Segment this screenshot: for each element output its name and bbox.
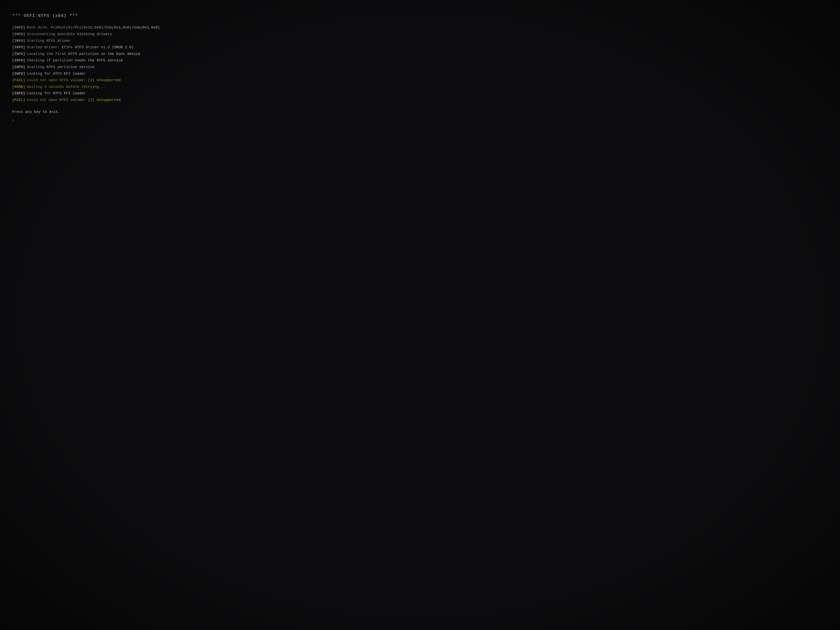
log-line-3: [INFO]Started driver: EfiFs NTFS driver … (12, 44, 194, 51)
log-tag-11: [FAIL] (12, 97, 25, 103)
log-msg-6: Starting NTFS partition service (27, 64, 95, 70)
log-tag-9: [WARN] (12, 84, 25, 90)
log-msg-5: Checking if partition needs the NTFS ser… (27, 57, 123, 63)
log-line-7: [INFO]Looking for NTFS EFI loader (12, 71, 194, 77)
log-tag-6: [INFO] (12, 64, 25, 70)
log-tag-4: [INFO] (12, 51, 25, 57)
log-line-5: [INFO]Checking if partition needs the NT… (12, 57, 194, 63)
log-msg-3: Started driver: EfiFs NTFS driver v1.3 (… (27, 44, 134, 51)
press-key-message: Press any key to exit. (12, 109, 194, 115)
log-line-11: [FAIL]Could not open NTFS volume: [3] Un… (12, 97, 194, 103)
log-msg-10: Looking for NTFS EFI loader (27, 90, 86, 96)
log-line-0: [INFO]Boot disk: PciRoot(0)/Pci(0x1D,0x0… (12, 24, 194, 31)
log-line-10: [INFO]Looking for NTFS EFI loader (12, 90, 194, 96)
log-msg-0: Boot disk: PciRoot(0)/Pci(0x1D,0x0)/Usb(… (27, 24, 160, 31)
log-msg-8: Could not open NTFS volume: [3] Unsuppor… (27, 77, 120, 84)
log-line-4: [INFO]Locating the first NTFS partition … (12, 51, 194, 57)
terminal-screen: *** UEFI:NTFS (x64) *** [INFO]Boot disk:… (0, 0, 840, 630)
log-tag-5: [INFO] (12, 57, 25, 63)
log-tag-1: [INFO] (12, 31, 25, 37)
log-line-1: [INFO]Disconnecting possible blocking dr… (12, 31, 194, 37)
log-tag-10: [INFO] (12, 90, 25, 96)
log-msg-4: Locating the first NTFS partition on the… (27, 51, 141, 57)
log-line-6: [INFO]Starting NTFS partition service (12, 64, 194, 70)
log-lines: [INFO]Boot disk: PciRoot(0)/Pci(0x1D,0x0… (12, 24, 194, 103)
log-msg-7: Looking for NTFS EFI loader (27, 71, 86, 77)
terminal-content: *** UEFI:NTFS (x64) *** [INFO]Boot disk:… (12, 12, 194, 124)
log-line-2: [INFO]Starting NTFS driver (12, 38, 194, 44)
log-line-9: [WARN]Waiting 3 seconds before retrying.… (12, 84, 194, 90)
terminal-title: *** UEFI:NTFS (x64) *** (12, 12, 194, 20)
cursor-blink: - (12, 117, 194, 124)
log-msg-9: Waiting 3 seconds before retrying... (27, 84, 106, 90)
log-tag-8: [FAIL] (12, 77, 25, 84)
log-msg-11: Could not open NTFS volume: [3] Unsuppor… (27, 97, 120, 103)
log-tag-3: [INFO] (12, 44, 25, 51)
log-msg-2: Starting NTFS driver (27, 38, 71, 44)
log-tag-0: [INFO] (12, 24, 25, 31)
log-tag-2: [INFO] (12, 38, 25, 44)
log-tag-7: [INFO] (12, 71, 25, 77)
log-line-8: [FAIL]Could not open NTFS volume: [3] Un… (12, 77, 194, 84)
log-msg-1: Disconnecting possible blocking drivers (27, 31, 112, 37)
